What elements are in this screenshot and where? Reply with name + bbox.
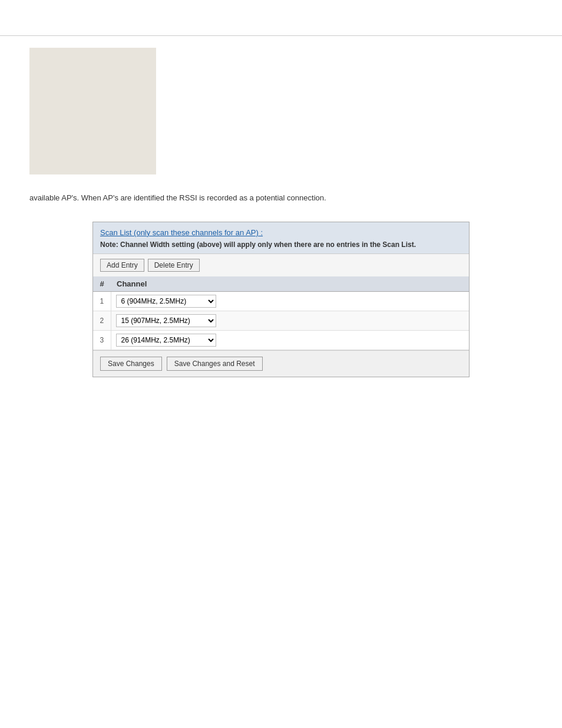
delete-entry-button[interactable]: Delete Entry: [148, 259, 200, 272]
scan-table: # Channel 16 (904MHz, 2.5MHz)15 (907MHz,…: [93, 276, 469, 350]
scan-footer: Save Changes Save Changes and Reset: [93, 350, 469, 377]
row-num-cell: 3: [93, 330, 111, 350]
save-changes-button[interactable]: Save Changes: [100, 357, 162, 371]
scan-header: Scan List (only scan these channels for …: [93, 222, 469, 253]
add-entry-button[interactable]: Add Entry: [100, 259, 144, 272]
save-changes-reset-button[interactable]: Save Changes and Reset: [167, 357, 263, 371]
col-header-num: #: [93, 276, 111, 292]
scan-toolbar: Add Entry Delete Entry: [93, 253, 469, 276]
logo-placeholder: [29, 48, 156, 174]
table-row: 16 (904MHz, 2.5MHz)15 (907MHz, 2.5MHz)26…: [93, 291, 469, 311]
row-channel-cell: 6 (904MHz, 2.5MHz)15 (907MHz, 2.5MHz)26 …: [111, 311, 469, 330]
row-channel-cell: 6 (904MHz, 2.5MHz)15 (907MHz, 2.5MHz)26 …: [111, 291, 469, 311]
table-row: 36 (904MHz, 2.5MHz)15 (907MHz, 2.5MHz)26…: [93, 330, 469, 350]
scan-list-title[interactable]: Scan List (only scan these channels for …: [100, 228, 263, 237]
top-divider: [0, 35, 562, 36]
channel-select[interactable]: 6 (904MHz, 2.5MHz)15 (907MHz, 2.5MHz)26 …: [116, 295, 216, 308]
description-text: available AP's. When AP's are identified…: [29, 192, 533, 204]
scan-note: Note: Channel Width setting (above) will…: [100, 241, 462, 249]
row-num-cell: 1: [93, 291, 111, 311]
scan-list-container: Scan List (only scan these channels for …: [92, 222, 470, 377]
channel-select[interactable]: 6 (904MHz, 2.5MHz)15 (907MHz, 2.5MHz)26 …: [116, 334, 216, 347]
channel-select[interactable]: 6 (904MHz, 2.5MHz)15 (907MHz, 2.5MHz)26 …: [116, 314, 216, 327]
table-header-row: # Channel: [93, 276, 469, 292]
table-row: 26 (904MHz, 2.5MHz)15 (907MHz, 2.5MHz)26…: [93, 311, 469, 330]
col-header-channel: Channel: [111, 276, 469, 292]
row-channel-cell: 6 (904MHz, 2.5MHz)15 (907MHz, 2.5MHz)26 …: [111, 330, 469, 350]
row-num-cell: 2: [93, 311, 111, 330]
